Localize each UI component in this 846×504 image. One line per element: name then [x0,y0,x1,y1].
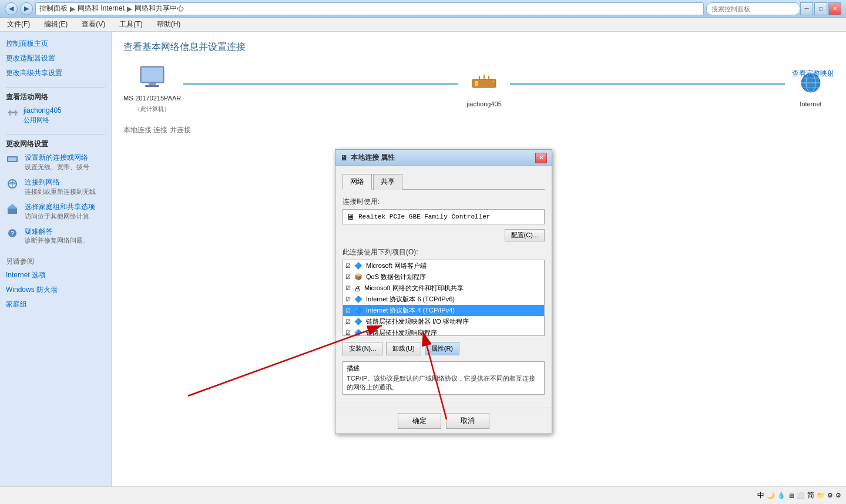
view-full-map-link[interactable]: 查看完整映射 [792,69,834,79]
homegroup-desc: 访问位于其他网络计算 [25,212,95,221]
sidebar-top-section: 控制面板主页 更改适配器设置 更改高级共享设置 [6,39,105,78]
pc-icon [135,63,170,91]
items-section: 此连接使用下列项目(O): ☑ 🔷 Microsoft 网络客户端 ☑ 📦 Qo… [343,247,545,336]
menu-edit[interactable]: 编辑(E) [42,18,70,31]
network-name-link[interactable]: jiachong405 [24,106,62,116]
status-bar: 57 中 🌙 💧 🖥 ⬜ 简 📁 ⚙ ⚙ [0,486,846,504]
homegroup-icon [6,202,20,216]
svg-rect-19 [475,81,478,86]
list-item-2[interactable]: ☑ 📦 QoS 数据包计划程序 [343,271,544,283]
breadcrumb-item-2[interactable]: 网络和 Internet [78,4,125,14]
also-section: 另请参阅 Internet 选项 Windows 防火墙 家庭组 [6,257,105,309]
forward-button[interactable]: ▶ [20,2,33,15]
items-list[interactable]: ☑ 🔷 Microsoft 网络客户端 ☑ 📦 QoS 数据包计划程序 ☑ 🖨 [343,260,545,336]
also-internet-options[interactable]: Internet 选项 [6,270,105,280]
connect-using-section: 连接时使用: 🖥 Realtek PCIe GBE Family Control… [343,197,545,241]
svg-rect-10 [8,208,17,214]
troubleshoot-icon: ? [6,227,20,241]
systray-item-6[interactable]: 简 [807,490,814,500]
device-row: 🖥 Realtek PCIe GBE Family Controller [343,209,545,224]
items-label: 此连接使用下列项目(O): [343,247,545,257]
minimize-button[interactable]: ─ [800,2,813,15]
dialog-title-text: 🖥 本地连接 属性 [340,153,395,163]
menu-bar: 文件(F) 编辑(E) 查看(V) 工具(T) 帮助(H) [0,18,846,32]
systray-item-4[interactable]: 🖥 [788,492,794,499]
new-connection-link[interactable]: 设置新的连接或网络 [25,153,89,163]
sidebar-link-adapter[interactable]: 更改适配器设置 [6,53,105,63]
pc-label: MS-20170215PAAR [123,95,181,102]
change-item-new-connection: 设置新的连接或网络 设置无线、宽带、拨号 [6,153,105,172]
menu-help[interactable]: 帮助(H) [155,18,183,31]
uninstall-button[interactable]: 卸载(U) [386,342,421,355]
list-item-5[interactable]: ☑ 🔷 Internet 协议版本 4 (TCP/IPv4) [343,305,544,316]
homegroup-link[interactable]: 选择家庭组和共享选项 [25,202,95,212]
svg-rect-6 [8,157,16,161]
breadcrumb-item-3[interactable]: 网络和共享中心 [135,4,184,14]
router-label: jiachong405 [466,100,501,107]
menu-view[interactable]: 查看(V) [79,18,108,31]
sidebar: 控制面板主页 更改适配器设置 更改高级共享设置 查看活动网络 [0,32,112,486]
systray-item-5[interactable]: ⬜ [797,492,805,499]
network-bench-icon [6,106,20,120]
svg-rect-3 [9,113,11,116]
svg-point-23 [492,80,495,83]
close-button[interactable]: ✕ [828,2,841,15]
change-item-homegroup: 选择家庭组和共享选项 访问位于其他网络计算 [6,202,105,221]
list-item-7[interactable]: ☑ 🔷 链路层拓扑发现响应程序 [343,327,544,336]
router-icon [466,69,502,97]
description-box: 描述 TCP/IP。该协议是默认的广域网络协议，它提供在不同的相互连接的网络上的… [343,361,545,395]
tab-network[interactable]: 网络 [343,174,372,190]
systray-item-3[interactable]: 💧 [777,492,785,499]
properties-button[interactable]: 属性(R) [425,342,459,355]
config-button[interactable]: 配置(C)... [505,229,545,241]
network-line-1 [183,83,458,85]
network-map: MS-20170215PAAR （此计算机） jiachong405 [123,63,834,113]
systray-item-8[interactable]: ⚙ [827,492,833,499]
cancel-button[interactable]: 取消 [446,413,489,429]
systray-item-9[interactable]: ⚙ [835,492,841,499]
menu-file[interactable]: 文件(F) [5,18,32,31]
install-button[interactable]: 安装(N)... [343,342,382,355]
connect-desc: 连接到或重新连接到无线 [25,187,96,196]
svg-rect-0 [8,112,18,113]
breadcrumb-item-1[interactable]: 控制面板 [39,4,68,14]
device-name: Realtek PCIe GBE Family Controller [358,213,540,220]
also-firewall[interactable]: Windows 防火墙 [6,285,105,295]
systray-item-7[interactable]: 📁 [817,492,825,499]
svg-marker-11 [7,204,18,209]
search-input[interactable] [706,2,800,15]
properties-dialog: 🖥 本地连接 属性 ✕ 网络 共享 连接时使用: 🖥 Realtek PCIe … [335,149,552,434]
dialog-close-button[interactable]: ✕ [535,153,547,163]
sidebar-link-sharing[interactable]: 更改高级共享设置 [6,68,105,78]
new-connection-desc: 设置无线、宽带、拨号 [25,163,89,172]
systray-item-2[interactable]: 🌙 [767,492,775,499]
list-item-4[interactable]: ☑ 🔷 Internet 协议版本 6 (TCP/IPv6) [343,294,544,305]
system-tray: 中 🌙 💧 🖥 ⬜ 简 📁 ⚙ ⚙ [757,490,841,500]
also-homegroup[interactable]: 家庭组 [6,300,105,310]
new-connection-text: 设置新的连接或网络 设置无线、宽带、拨号 [25,153,89,172]
active-network-title: 查看活动网络 [6,92,105,102]
breadcrumb: 控制面板 ▶ 网络和 Internet ▶ 网络和共享中心 [35,2,704,15]
list-item-3[interactable]: ☑ 🖨 Microsoft 网络的文件和打印机共享 [343,283,544,294]
dialog-content: 网络 共享 连接时使用: 🖥 Realtek PCIe GBE Family C… [335,166,552,408]
dialog-title-label: 本地连接 属性 [351,153,395,163]
title-bar-left: ◀ ▶ 控制面板 ▶ 网络和 Internet ▶ 网络和共享中心 [5,2,800,15]
svg-text:?: ? [11,230,14,237]
main-layout: 控制面板主页 更改适配器设置 更改高级共享设置 查看活动网络 [0,32,846,486]
systray-item-1[interactable]: 中 [757,490,764,500]
troubleshoot-link[interactable]: 疑难解答 [25,227,89,237]
maximize-button[interactable]: □ [814,2,827,15]
sidebar-link-home[interactable]: 控制面板主页 [6,39,105,49]
network-line-2 [510,83,785,85]
new-connection-icon [6,153,20,167]
back-button[interactable]: ◀ [5,2,18,15]
list-item-1[interactable]: ☑ 🔷 Microsoft 网络客户端 [343,260,544,271]
connection-info: 本地连接 连接 并连接 [123,125,834,135]
list-item-6[interactable]: ☑ 🔷 链路层拓扑发现映射器 I/O 驱动程序 [343,316,544,327]
connect-link[interactable]: 连接到网络 [25,177,96,187]
ok-button[interactable]: 确定 [398,413,441,429]
menu-tools[interactable]: 工具(T) [117,18,145,31]
network-icon-area: jiachong405 公用网络 [6,106,105,125]
tab-sharing[interactable]: 共享 [373,174,402,190]
svg-rect-2 [15,110,16,112]
